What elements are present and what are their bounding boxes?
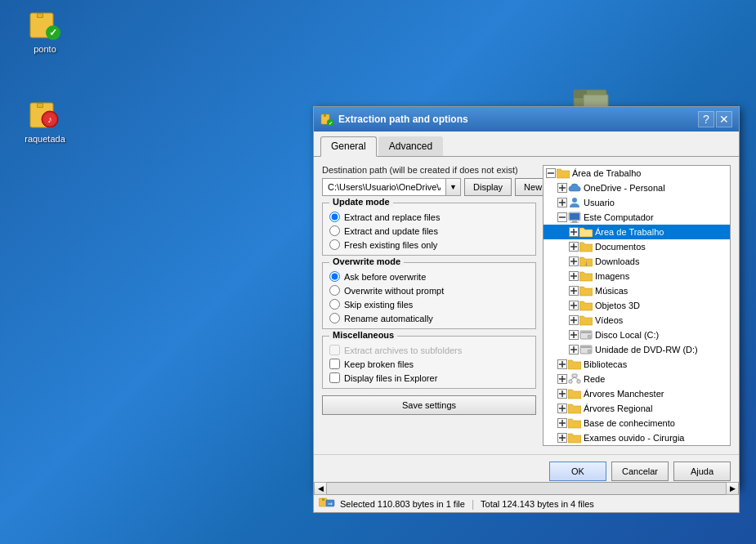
tree-item-arvores-regional[interactable]: Árvores Regional [544,401,730,416]
tree-item-bibliotecas[interactable]: Bibliotecas [544,357,730,372]
display-explorer-option[interactable]: Display files in Explorer [329,372,529,383]
tree-label-documentos: Documentos [595,242,646,252]
tree-item-onedrive[interactable]: OneDrive - Personal [544,181,730,195]
tree-item-arvores-manchester[interactable]: Árvores Manchester [544,386,730,401]
tree-expand-arvores-manchester[interactable] [557,388,568,399]
scroll-track[interactable] [327,483,726,494]
ponto-desktop-icon[interactable]: ✓ ponto [16,8,74,54]
overwrite-noprompt-radio[interactable] [329,285,340,296]
tree-expand-downloads[interactable] [568,256,579,267]
tree-expand-disco-local[interactable] [568,329,579,341]
keep-broken-label: Keep broken files [344,359,414,369]
ask-before-radio[interactable] [329,271,340,282]
display-button[interactable]: Display [464,178,512,196]
extract-replace-option[interactable]: Extract and replace files [329,212,529,222]
tree-item-imagens[interactable]: Imagens [544,269,730,283]
tree-expand-imagens[interactable] [568,270,579,282]
display-explorer-checkbox[interactable] [329,372,340,383]
tree-item-usuario[interactable]: Usuario [544,195,730,210]
tree-icon-bibliotecas [568,359,581,370]
tree-expand-rede[interactable] [557,373,568,385]
tree-label-area-trabalho-sub: Área de Trabalho [595,227,664,237]
close-title-button[interactable]: ✕ [716,111,732,127]
tab-bar: General Advanced [314,132,739,157]
tree-expand-este-computador[interactable] [557,212,568,223]
tree-icon-onedrive [568,182,581,194]
keep-broken-checkbox[interactable] [329,359,340,369]
tree-item-exames-ouvido[interactable]: Exames ouvido - Cirurgia [544,430,730,445]
tree-expand-exames-ouvido[interactable] [557,432,568,444]
raquetada-desktop-icon[interactable]: ♪ raquetada [16,98,74,144]
fresh-existing-option[interactable]: Fresh existing files only [329,239,529,250]
tree-item-musicas[interactable]: Músicas [544,283,730,298]
ok-button[interactable]: OK [549,462,606,481]
scroll-status-area: ◀ ▶ ⇒ Selected 110.803 bytes in 1 file |… [313,482,740,513]
tree-icon-arvores-manchester [568,388,581,399]
tree-expand-usuario[interactable] [557,197,568,208]
tree-item-rede[interactable]: Rede [544,372,730,386]
tree-icon-downloads: ↓ [579,256,593,267]
tree-item-dvd-rw[interactable]: Unidade de DVD-RW (D:) [544,342,730,357]
tree-item-objetos3d[interactable]: Objetos 3D [544,298,730,313]
extract-subfolders-option[interactable]: Extract archives to subfolders [329,345,529,355]
help-button[interactable]: Ajuda [673,462,731,481]
rename-auto-radio[interactable] [329,313,340,323]
tree-expand-bibliotecas[interactable] [557,359,568,370]
rename-auto-option[interactable]: Rename automatically [329,313,529,323]
tree-item-disco-local[interactable]: Disco Local (C:) [544,328,730,342]
tree-label-rede: Rede [584,374,605,384]
tree-icon-este-computador [568,212,581,223]
tree-item-downloads[interactable]: ↓ Downloads [544,254,730,269]
extract-replace-label: Extract and replace files [344,212,440,222]
status-separator: | [472,498,474,510]
tab-general[interactable]: General [320,136,377,157]
tree-icon-arvores-regional [568,403,581,414]
svg-rect-30 [570,213,579,220]
status-total-text: Total 124.143 bytes in 4 files [481,499,594,509]
skip-existing-option[interactable]: Skip existing files [329,299,529,310]
svg-rect-91 [322,498,324,501]
path-dropdown-button[interactable]: ▼ [446,178,461,196]
tree-expand-area-trabalho-sub[interactable] [568,226,579,238]
skip-existing-radio[interactable] [329,299,340,310]
extract-update-option[interactable]: Extract and update files [329,225,529,236]
tree-item-videos[interactable]: Vídeos [544,313,730,328]
save-settings-button[interactable]: Save settings [322,395,536,415]
tree-expand-arvores-regional[interactable] [557,403,568,414]
fresh-existing-radio[interactable] [329,239,340,250]
raquetada-label: raquetada [25,134,65,144]
tree-item-area-trabalho-sub[interactable]: Área de Trabalho [544,225,730,239]
scroll-right-button[interactable]: ▶ [726,482,739,495]
path-input[interactable] [322,178,446,196]
tree-item-area-trabalho-root[interactable]: Área de Trabalho [544,166,730,181]
cancel-button[interactable]: Cancelar [611,462,669,481]
horizontal-scrollbar[interactable]: ◀ ▶ [313,482,740,495]
svg-rect-15 [324,114,326,117]
svg-rect-59 [581,332,591,333]
winrar-title-icon: ✓ [320,113,333,126]
tree-expand-documentos[interactable] [568,241,579,252]
tree-item-este-computador[interactable]: Este Computador [544,210,730,225]
ask-before-option[interactable]: Ask before overwrite [329,271,529,282]
scroll-left-button[interactable]: ◀ [314,482,327,495]
extract-update-radio[interactable] [329,225,340,236]
tree-item-documentos[interactable]: Documentos [544,239,730,254]
tree-expand-musicas[interactable] [568,285,579,297]
tree-expand-objetos3d[interactable] [568,300,579,311]
keep-broken-option[interactable]: Keep broken files [329,359,529,369]
svg-text:♪: ♪ [47,114,52,124]
tree-expand-onedrive[interactable] [557,182,568,194]
overwrite-noprompt-option[interactable]: Overwrite without prompt [329,285,529,296]
tree-expand-videos[interactable] [568,314,579,326]
tree-expand-base-conhecimento[interactable] [557,417,568,429]
tree-expand-area-trabalho-root[interactable] [545,167,557,179]
extract-subfolders-checkbox[interactable] [329,345,340,355]
tree-item-base-conhecimento[interactable]: Base de conhecimento [544,416,730,430]
tree-icon-rede [568,373,581,385]
tree-icon-videos [579,314,593,326]
folder-tree[interactable]: Área de Trabalho OneDrive - Personal Usu… [543,165,731,446]
help-title-button[interactable]: ? [698,111,714,127]
extract-replace-radio[interactable] [329,212,340,222]
tree-expand-dvd-rw[interactable] [568,344,579,355]
tab-advanced[interactable]: Advanced [378,136,443,156]
